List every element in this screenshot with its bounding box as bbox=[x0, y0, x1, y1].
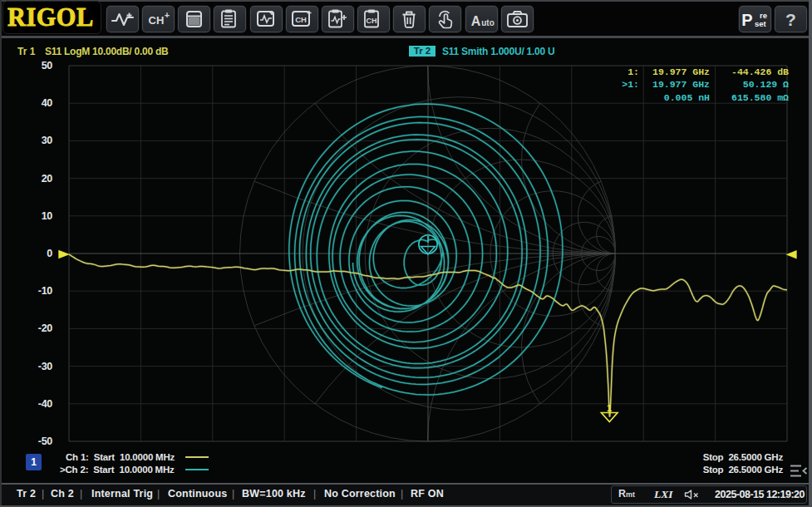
svg-text:1: 1 bbox=[607, 403, 612, 413]
